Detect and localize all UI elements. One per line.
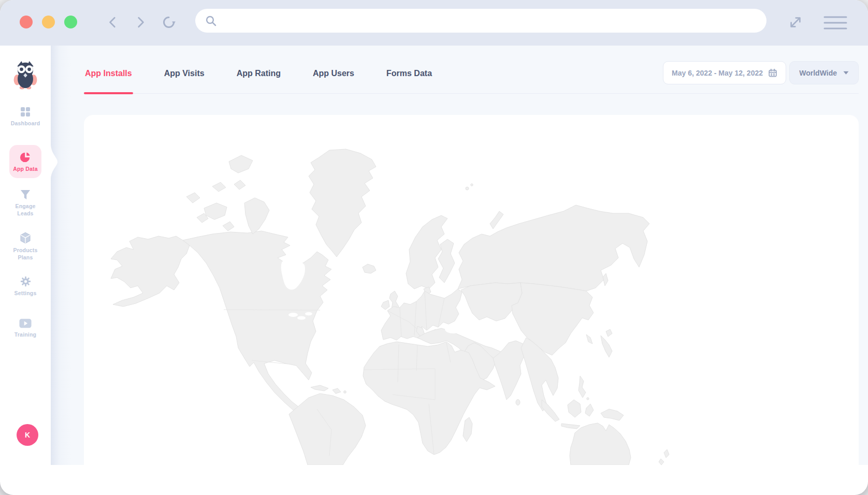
sidebar-shadow [51,46,71,465]
funnel-icon [20,190,31,200]
active-item-notch [51,145,57,179]
sidebar-item-products-plans[interactable]: Products Plans [0,232,51,261]
map-continents [111,149,669,465]
tab-label: App Installs [85,69,132,78]
expand-icon[interactable] [788,15,803,32]
tab-app-users[interactable]: App Users [312,56,355,78]
main-content: App Installs App Visits App Rating App U… [51,46,868,465]
tab-app-rating[interactable]: App Rating [236,56,282,78]
region-value: WorldWide [799,69,837,77]
date-range-picker[interactable]: May 6, 2022 - May 12, 2022 [663,61,786,84]
tab-label: Forms Data [386,69,432,78]
sidebar-item-label: Training [9,331,42,338]
browser-chrome [0,0,868,46]
tab-label: App Rating [237,69,281,78]
sidebar-item-label: Products Plans [9,246,42,261]
app-logo [0,60,51,90]
address-bar [195,9,766,33]
map-card [84,115,859,465]
sidebar-item-label: Engage Leads [9,202,42,217]
hamburger-menu-icon[interactable] [823,14,847,33]
tab-app-visits[interactable]: App Visits [163,56,206,78]
sidebar-item-label: Dashboard [9,120,42,127]
world-map [84,115,859,465]
video-play-icon [19,318,32,328]
sidebar: Dashboard App Data Engage Leads [0,46,51,465]
cube-icon [20,232,31,244]
sidebar-item-engage-leads[interactable]: Engage Leads [0,190,51,217]
avatar-initial: K [25,431,30,439]
grid-icon [20,107,31,117]
tab-forms-data[interactable]: Forms Data [385,56,433,78]
minimize-window-button[interactable] [42,16,55,28]
back-button[interactable] [106,16,120,31]
sidebar-item-settings[interactable]: Settings [0,276,51,297]
forward-button[interactable] [134,16,147,31]
tab-label: App Users [313,69,354,78]
browser-window: Dashboard App Data Engage Leads [0,0,868,495]
chevron-down-icon [843,71,849,75]
region-dropdown[interactable]: WorldWide [789,61,859,84]
reload-button[interactable] [161,14,177,32]
maximize-window-button[interactable] [64,16,77,28]
sidebar-item-dashboard[interactable]: Dashboard [0,107,51,127]
tab-label: App Visits [164,69,205,78]
gear-icon [20,276,31,287]
sidebar-item-label: Settings [9,289,42,297]
search-icon [205,14,217,27]
sidebar-item-training[interactable]: Training [0,318,51,338]
pie-chart-icon [20,151,31,163]
app-viewport: Dashboard App Data Engage Leads [0,46,868,465]
search-input[interactable] [222,16,757,26]
sidebar-item-app-data[interactable]: App Data [9,145,41,178]
date-range-value: May 6, 2022 - May 12, 2022 [672,69,763,77]
close-window-button[interactable] [20,16,33,28]
tab-app-installs[interactable]: App Installs [84,56,133,78]
owl-logo-icon [11,60,40,90]
calendar-icon [768,68,777,78]
sidebar-active-tile: App Data [9,145,41,178]
user-avatar[interactable]: K [17,424,38,446]
sidebar-item-label: App Data [13,166,38,172]
